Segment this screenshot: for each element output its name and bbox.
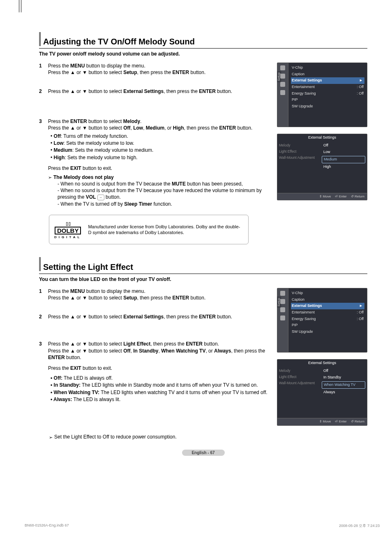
t: Sleep Timer [124, 201, 152, 207]
step-1: 1 Press the MENU button to display the m… [39, 288, 270, 301]
t: : Off [357, 310, 364, 315]
osd-icon [280, 90, 285, 95]
t: , then press the [137, 295, 173, 301]
t: button to display the menu. [85, 63, 145, 69]
osd-sidebar: Setup [277, 288, 288, 352]
bullet-list: • Off: Turns off the melody function. • … [51, 133, 270, 161]
osd-option-selected: Medium [322, 156, 365, 163]
osd-setup-panel: Setup V-Chip Caption External Settings► … [277, 288, 367, 353]
print-marks: BN68-01526A-Eng.indb 67 2008-05-28 오후 7:… [25, 523, 380, 529]
t: - When no sound is output from the TV be… [58, 181, 172, 187]
t: Energy Saving [292, 91, 316, 96]
t: ENTER [199, 88, 216, 94]
t: V-Chip [292, 65, 303, 70]
t: , then press the [164, 314, 199, 320]
t: Enter [339, 195, 347, 198]
t: Press the [48, 63, 70, 69]
t: button to exit. [81, 365, 112, 371]
t: : Sets the melody volume to medium. [72, 147, 153, 153]
t: Light Effect [123, 341, 150, 347]
step-number: 3 [39, 118, 44, 208]
t: DOLBY [55, 227, 81, 234]
t: button to select [87, 118, 123, 124]
t: High [54, 155, 65, 160]
osd-footer: ⇕ Move ⏎ Enter ↺ Return [277, 193, 367, 200]
osd-option: Off [322, 142, 365, 149]
doc-path: BN68-01526A-Eng.indb 67 [25, 523, 69, 529]
t: EXIT [70, 365, 81, 371]
section-subtitle: The TV power on/off melody sound volume … [39, 51, 367, 57]
osd-option: In Standby [322, 374, 365, 381]
page-number-pill: English - 67 [182, 450, 225, 456]
step-number: 3 [39, 341, 44, 404]
t: VOL [86, 194, 96, 200]
t: Press the ▲ or ▼ button to select [48, 348, 123, 354]
t: Press the ▲ or ▼ button to select [48, 70, 123, 75]
t: button. [203, 341, 219, 347]
t: The LED lights while in Standby mode and… [81, 382, 258, 388]
t: . [140, 118, 141, 124]
step-number: 1 [39, 288, 44, 301]
osd-setup-panel: Setup V-Chip Caption External Settings► … [277, 63, 367, 127]
osd-option: Low [322, 149, 365, 155]
section-heading-light: Setting the Light Effect [39, 262, 367, 274]
arrow-icon: ➢ [48, 174, 52, 207]
bullet-list: • Off: The LED is always off. • In Stand… [51, 375, 270, 403]
t: : Off [357, 85, 364, 90]
osd-highlight: External Settings► [291, 77, 364, 84]
t: Off [54, 375, 61, 381]
t: , then press the [150, 341, 186, 347]
t: Press the ▲ or ▼ button to select [48, 295, 123, 301]
t: MENU [70, 63, 85, 69]
t: Light Effect [279, 149, 320, 155]
t: The LED is always lit. [72, 397, 120, 402]
t: High [173, 125, 184, 131]
t: MENU [70, 288, 85, 294]
t: Low [133, 125, 143, 131]
t: : Sets the melody volume to low. [64, 140, 134, 146]
t: SW Upgrade [292, 104, 313, 109]
t: : Sets the melody volume to high. [65, 155, 137, 160]
osd-icon [280, 291, 285, 296]
t: SW Upgrade [292, 329, 313, 334]
t: button. [189, 295, 205, 301]
heading-marker [39, 257, 41, 271]
t: Press the ▲ or ▼ button to select [48, 88, 123, 94]
section-heading-melody: Adjusting the TV On/Off Melody Sound [39, 37, 367, 49]
t: V-Chip [292, 291, 303, 296]
step-3: 3 Press the ENTER button to select Melod… [39, 118, 270, 208]
osd-title: External Settings [277, 360, 367, 367]
t: Melody [123, 118, 140, 124]
section-subtitle: You can turn the blue LED on the front o… [39, 276, 367, 282]
t: The Melody does not play [53, 174, 114, 180]
note-block: ➢ The Melody does not play - When no sou… [48, 174, 270, 207]
t: Move [323, 195, 331, 198]
heading-marker [39, 32, 41, 46]
t: Press the [48, 288, 70, 294]
t: In Standby [54, 382, 79, 388]
t: PIP [292, 97, 298, 102]
t: Return [355, 420, 364, 423]
t: Off [123, 348, 130, 354]
osd-icon [280, 316, 285, 320]
t: External Settings [123, 314, 164, 320]
t: , or [164, 125, 173, 131]
t: DIGITAL [54, 235, 81, 239]
t: Light Effect [279, 374, 320, 380]
t: Energy Saving [292, 317, 316, 322]
t: Press the ▲ or ▼ button to select [48, 125, 123, 131]
t: button. [106, 194, 121, 200]
t: Press the [48, 118, 70, 124]
heading-text: Setting the Light Effect [43, 262, 133, 272]
osd-option: Off [322, 368, 365, 374]
t: ENTER [173, 70, 189, 75]
tip-line: ➢ Set the Light Effect to Off to reduce … [49, 434, 367, 441]
osd-icon [280, 65, 285, 70]
t: The LED lights when watching TV and it t… [99, 390, 267, 395]
t: Low [54, 140, 64, 146]
t: button. [216, 88, 232, 94]
t: button. [189, 70, 205, 75]
t: button to display the menu. [85, 288, 145, 294]
step-1: 1 Press the MENU button to display the m… [39, 63, 270, 76]
step-number: 2 [39, 313, 44, 320]
